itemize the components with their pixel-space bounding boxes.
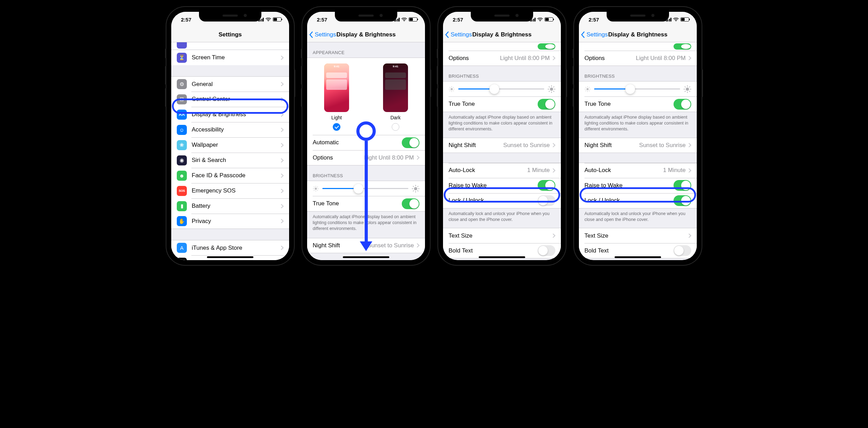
chevron-right-icon — [281, 219, 284, 223]
brightness-slider-row — [307, 181, 425, 196]
phone-4: 2:57 Settings Display & Brightness Optio… — [574, 7, 702, 265]
row-options[interactable]: Options Light Until 8:00 PM — [443, 51, 561, 66]
header-brightness: BRIGHTNESS — [579, 66, 697, 81]
sun-large-icon — [684, 85, 691, 93]
svg-line-56 — [685, 91, 686, 92]
home-indicator[interactable] — [479, 256, 525, 258]
row-siri-search[interactable]: ◉ Siri & Search — [171, 153, 289, 168]
row-accessibility[interactable]: ☺ Accessibility — [171, 122, 289, 137]
svg-line-19 — [417, 186, 418, 187]
row-autolock[interactable]: Auto-Lock 1 Minute — [443, 163, 561, 178]
chevron-right-icon — [553, 143, 555, 147]
brightness-slider[interactable] — [322, 188, 408, 189]
row-autolock[interactable]: Auto-Lock 1 Minute — [579, 163, 697, 178]
chevron-right-icon — [281, 97, 284, 102]
home-indicator[interactable] — [207, 256, 253, 258]
svg-line-16 — [413, 186, 414, 187]
row-automatic-partial — [579, 42, 697, 51]
row-face-id-passcode[interactable]: ☻ Face ID & Passcode — [171, 168, 289, 183]
emergency-sos-icon: SOS — [177, 186, 187, 196]
svg-point-21 — [451, 88, 453, 90]
sun-large-icon — [412, 185, 419, 192]
row-battery[interactable]: ▮ Battery — [171, 198, 289, 214]
footer-truetone: Automatically adapt iPhone display based… — [307, 211, 425, 234]
back-button[interactable]: Settings — [309, 31, 336, 38]
privacy-icon: ✋ — [177, 216, 187, 226]
battery-icon: ▮ — [177, 201, 187, 211]
svg-point-11 — [414, 187, 417, 190]
wallpaper-icon: ❀ — [177, 140, 187, 150]
row-truetone: True Tone — [307, 196, 425, 211]
row-control-center[interactable]: ⊟ Control Center — [171, 92, 289, 107]
toggle-lock-unlock[interactable] — [538, 195, 555, 206]
battery-icon — [273, 17, 281, 22]
row-options[interactable]: Options Light Until 8:00 PM — [307, 150, 425, 165]
svg-line-36 — [553, 91, 554, 92]
status-time: 2:57 — [453, 17, 463, 23]
back-button[interactable]: Settings — [445, 31, 472, 38]
footer-truetone: Automatically adapt iPhone display based… — [579, 112, 697, 135]
toggle-raise[interactable] — [674, 180, 691, 191]
toggle-truetone[interactable] — [402, 198, 419, 209]
brightness-slider[interactable] — [594, 88, 680, 89]
chevron-right-icon — [281, 55, 284, 60]
row-privacy[interactable]: ✋ Privacy — [171, 214, 289, 229]
toggle-bold-text[interactable] — [674, 245, 691, 256]
svg-point-30 — [550, 87, 553, 91]
svg-line-38 — [553, 86, 554, 87]
phone-2: 2:57 Settings Display & Brightness APPEA… — [302, 7, 430, 265]
brightness-slider-row — [443, 81, 561, 96]
toggle-bold-text[interactable] — [538, 245, 555, 256]
svg-line-10 — [317, 187, 318, 187]
appearance-light[interactable]: 9:41 Light — [324, 63, 349, 131]
home-indicator[interactable] — [343, 256, 389, 258]
navbar: Settings Display & Brightness — [579, 27, 697, 42]
row-label: Battery — [192, 203, 281, 209]
appearance-dark[interactable]: 9:41 Dark — [383, 63, 408, 131]
toggle-lock-unlock[interactable] — [674, 195, 691, 206]
navbar: Settings Display & Brightness — [307, 27, 425, 42]
row-itunes-app-store[interactable]: A iTunes & App Store — [171, 240, 289, 255]
row-screen-time[interactable]: ⏳ Screen Time — [171, 50, 289, 65]
row-options[interactable]: Options Light Until 8:00 PM — [579, 51, 697, 66]
row-label: Emergency SOS — [192, 187, 281, 194]
navbar: Settings — [171, 27, 289, 42]
status-indicators — [258, 17, 282, 22]
row-label: iTunes & App Store — [192, 245, 281, 251]
svg-point-40 — [587, 88, 589, 90]
toggle-raise[interactable] — [538, 180, 555, 191]
row-general[interactable]: ⚙ General — [171, 76, 289, 92]
row-emergency-sos[interactable]: SOS Emergency SOS — [171, 183, 289, 198]
row-peek — [171, 42, 289, 50]
svg-line-26 — [450, 87, 450, 88]
page-title: Display & Brightness — [608, 31, 668, 38]
row-wallpaper[interactable]: ❀ Wallpaper — [171, 137, 289, 153]
row-truetone: True Tone — [579, 96, 697, 112]
back-button[interactable]: Settings — [581, 31, 608, 38]
footer-lock-unlock: Automatically lock and unlock your iPhon… — [579, 208, 697, 225]
row-truetone: True Tone — [443, 96, 561, 112]
row-automatic: Automatic — [307, 135, 425, 150]
toggle-truetone[interactable] — [538, 99, 555, 110]
row-text-size[interactable]: Text Size — [579, 228, 697, 243]
chevron-right-icon — [281, 158, 284, 163]
control-center-icon: ⊟ — [177, 94, 187, 104]
svg-line-46 — [589, 91, 590, 91]
row-nightshift[interactable]: Night Shift Sunset to Sunrise — [307, 238, 425, 253]
row-display-brightness[interactable]: AA Display & Brightness — [171, 107, 289, 122]
sun-large-icon — [548, 85, 555, 93]
svg-point-2 — [315, 187, 317, 189]
toggle-automatic[interactable] — [402, 137, 419, 148]
row-label: Wallpaper — [192, 142, 281, 148]
home-indicator[interactable] — [615, 256, 661, 258]
row-nightshift[interactable]: Night Shift Sunset to Sunrise — [579, 138, 697, 153]
itunes-app-store-icon: A — [177, 243, 187, 253]
accessibility-icon: ☺ — [177, 125, 187, 135]
chevron-right-icon — [281, 128, 284, 132]
row-text-size[interactable]: Text Size — [443, 228, 561, 243]
row-nightshift[interactable]: Night Shift Sunset to Sunrise — [443, 138, 561, 153]
chevron-right-icon — [281, 112, 284, 117]
toggle-truetone[interactable] — [674, 99, 691, 110]
brightness-slider[interactable] — [458, 88, 544, 89]
svg-point-0 — [268, 21, 269, 22]
